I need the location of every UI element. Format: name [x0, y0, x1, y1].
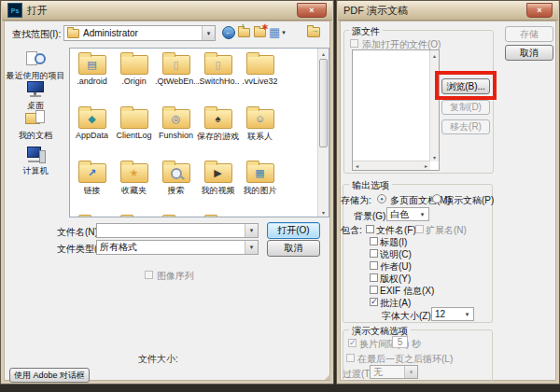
description-checkbox[interactable]	[370, 249, 378, 258]
scroll-up-icon[interactable]: ▴	[430, 50, 439, 60]
image-sequence-checkbox[interactable]	[145, 271, 153, 279]
last-folder-button[interactable]: →	[307, 27, 320, 37]
folder-icon	[120, 109, 148, 129]
folder-glyph: ▯	[205, 57, 231, 73]
chevron-down-icon: ▾	[202, 26, 215, 40]
folder-item[interactable]: .Origin	[113, 50, 155, 105]
folder-item[interactable]: ◎Funshion	[155, 105, 197, 159]
transition-combobox[interactable]: 无 ▾	[370, 365, 418, 379]
loop-checkbox[interactable]	[346, 354, 355, 362]
background-combobox[interactable]: 白色 ▾	[386, 207, 429, 221]
extension-checkbox-label: 扩展名(N)	[426, 224, 467, 237]
advance-seconds-input[interactable]: 5	[392, 336, 408, 348]
title-checkbox-label: 标题(I)	[380, 236, 407, 249]
annotation-highlight-box	[435, 71, 497, 100]
folder-item[interactable]: ClientLog	[113, 105, 155, 159]
folder-name: Funshion	[159, 131, 193, 140]
close-icon: ×	[309, 7, 314, 15]
vertical-scrollbar[interactable]: ▴ ▾	[317, 49, 329, 217]
folder-item[interactable]: ☺联系人	[239, 105, 281, 159]
remove-button[interactable]: 移去(R)	[441, 119, 490, 134]
extension-checkbox[interactable]	[415, 225, 424, 233]
background-value: 白色	[390, 208, 409, 221]
title-checkbox[interactable]	[370, 237, 378, 245]
sidebar-item-computer[interactable]: 计算机	[6, 145, 65, 177]
copyright-checkbox[interactable]	[370, 273, 378, 282]
author-checkbox[interactable]	[370, 261, 378, 270]
view-menu-button[interactable]: ▦ ▾	[269, 25, 286, 39]
folder-item[interactable]: ◆AppData	[71, 105, 113, 159]
sidebar-item-documents[interactable]: 我的文档	[6, 109, 65, 142]
folder-icon	[120, 55, 148, 75]
source-file-listbox[interactable]: ▴ ▾ ◂ ▸	[352, 49, 440, 171]
notes-checkbox[interactable]: ✓	[370, 298, 378, 306]
scroll-down-icon[interactable]: ▾	[318, 207, 329, 217]
folder-item-partial[interactable]	[71, 213, 113, 217]
sidebar-item-desktop[interactable]: 桌面	[6, 79, 65, 112]
folder-item[interactable]: ★收藏夹	[113, 159, 155, 213]
use-adobe-dialog-button[interactable]: 使用 Adobe 对话框	[9, 368, 90, 383]
scroll-left-icon[interactable]: ◂	[353, 161, 361, 170]
my-documents-icon	[24, 109, 47, 128]
close-button[interactable]: ×	[297, 3, 327, 18]
folder-item[interactable]: ▤.android	[71, 50, 113, 105]
scrollbar-thumb[interactable]	[319, 59, 328, 147]
new-badge-icon: ∗	[261, 21, 269, 32]
folder-item-partial[interactable]	[197, 213, 239, 217]
folder-item[interactable]: ▦我的图片	[239, 159, 281, 213]
folder-glyph: ▶	[205, 165, 231, 181]
vertical-scrollbar[interactable]: ▴ ▾	[429, 50, 439, 161]
horizontal-scrollbar[interactable]: ◂ ▸	[353, 161, 430, 170]
sidebar-item-recent[interactable]: 最近使用的项目	[6, 49, 65, 82]
scroll-up-icon[interactable]: ▴	[318, 49, 329, 58]
look-in-combobox[interactable]: Administrator ▾	[63, 25, 216, 41]
multipage-radio[interactable]: ●	[377, 194, 386, 203]
scroll-right-icon[interactable]: ▸	[422, 161, 430, 170]
presentation-radio[interactable]	[432, 194, 441, 203]
open-dialog-title: 打开	[27, 4, 48, 18]
exif-checkbox[interactable]	[370, 286, 378, 294]
folder-item[interactable]: .vvLive32	[239, 50, 281, 105]
save-button[interactable]: 存储	[505, 26, 553, 42]
add-open-files-checkbox[interactable]	[350, 39, 358, 48]
folder-glyph: ↗	[79, 165, 105, 181]
close-button[interactable]: ×	[526, 3, 553, 18]
new-folder-button[interactable]: ∗	[254, 28, 266, 37]
image-sequence-label: 图像序列	[157, 270, 194, 283]
file-name-combobox[interactable]: ▾	[96, 223, 259, 238]
back-icon: ←	[222, 26, 235, 39]
author-checkbox-label: 作者(U)	[380, 260, 412, 273]
folder-icon: ▤	[78, 55, 106, 75]
advance-checkbox[interactable]: ✓	[348, 339, 357, 347]
folder-item-partial[interactable]	[113, 213, 155, 217]
folder-item-partial[interactable]	[155, 213, 197, 217]
font-size-value: 12	[435, 309, 445, 319]
folder-item[interactable]: ▯.QtWebEn...	[155, 50, 197, 105]
pdf-dialog-titlebar[interactable]: PDF 演示文稿 ×	[338, 1, 558, 21]
file-type-combobox[interactable]: 所有格式 ▾	[96, 240, 259, 255]
open-button[interactable]: 打开(O)	[267, 222, 320, 239]
open-dialog-titlebar[interactable]: Ps 打开 ×	[2, 1, 332, 21]
folder-item[interactable]: ▶我的视频	[197, 159, 239, 213]
up-one-level-button[interactable]: ↑	[238, 28, 250, 37]
folder-item[interactable]: 搜索	[155, 159, 197, 213]
cancel-button[interactable]: 取消	[267, 240, 320, 257]
folder-item[interactable]: ▯.SwitchHo...	[197, 50, 239, 105]
back-button[interactable]: ←	[222, 26, 235, 39]
folder-item[interactable]: ↗链接	[71, 159, 113, 213]
file-name-label: 文件名(N):	[57, 226, 101, 239]
folder-icon: ♠	[204, 109, 232, 129]
filename-checkbox[interactable]	[366, 225, 374, 233]
cancel-button[interactable]: 取消	[505, 45, 553, 61]
photoshop-app-icon: Ps	[7, 3, 22, 18]
resize-grip[interactable]: ◢	[325, 372, 330, 381]
folder-item[interactable]: ♠保存的游戏	[197, 105, 239, 159]
duplicate-button[interactable]: 复制(D)	[441, 100, 490, 115]
computer-icon	[24, 145, 47, 163]
presentation-radio-label: 演示文稿(P)	[444, 194, 494, 207]
look-in-value: Administrator	[83, 28, 138, 38]
folder-name: .SwitchHo...	[197, 77, 239, 86]
scroll-down-icon[interactable]: ▾	[430, 152, 439, 161]
folder-glyph: ▤	[79, 57, 105, 73]
font-size-combobox[interactable]: 12 ▾	[431, 307, 474, 321]
